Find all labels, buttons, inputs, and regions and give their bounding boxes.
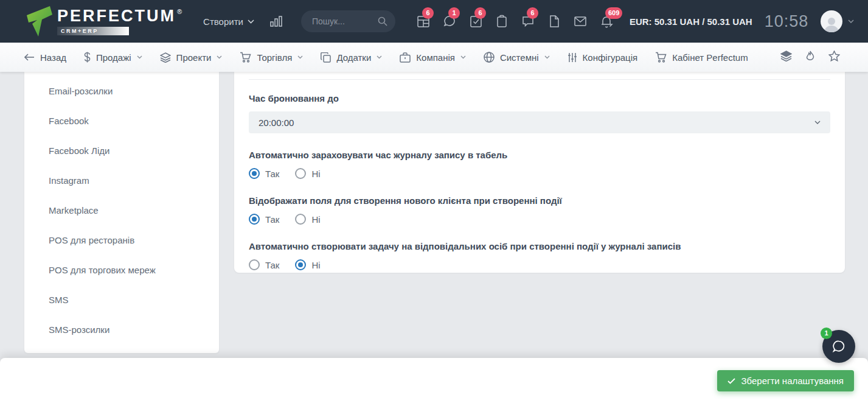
radio-option-label: Так [265, 169, 279, 179]
new-client-fields-label: Відображати поля для створення нового кл… [249, 195, 830, 206]
radio-unselected[interactable] [295, 168, 306, 179]
currency-rate[interactable]: EUR: 50.31 UAH / 50.31 UAH [630, 16, 752, 27]
chat-widget-badge: 1 [821, 328, 832, 339]
radio-selected[interactable] [249, 168, 260, 179]
save-settings-button[interactable]: Зберегти налаштування [717, 370, 854, 391]
nav-label: Продажі [96, 52, 131, 63]
document-icon[interactable] [547, 14, 561, 29]
calendar-icon[interactable]: 6 [416, 14, 431, 29]
chat-widget-button[interactable]: 1 [822, 330, 855, 363]
calendar-badge: 6 [422, 7, 434, 19]
tasks-icon[interactable]: 6 [468, 14, 483, 29]
back-button[interactable]: Назад [24, 52, 66, 63]
sidebar-item-facebook-leads[interactable]: Facebook Ліди [24, 136, 219, 166]
sidebar-item-pos-retail[interactable]: POS для торгових мереж [24, 255, 219, 285]
nav-item-trade[interactable]: Торгівля [240, 52, 303, 63]
chevron-down-icon [137, 55, 142, 59]
notifications-bell-icon[interactable]: 609 [599, 14, 614, 29]
radio-option-no[interactable]: Ні [295, 214, 320, 225]
chevron-down-icon [377, 55, 382, 59]
user-menu[interactable] [821, 10, 854, 32]
sidebar-item-instagram[interactable]: Instagram [24, 166, 219, 195]
nav-item-projects[interactable]: Проекти [160, 52, 223, 63]
mail-icon[interactable] [573, 14, 588, 29]
search-box [301, 10, 395, 32]
nav-item-addons[interactable]: Додатки [321, 52, 382, 63]
cart-icon [240, 52, 251, 63]
nav-item-company[interactable]: Компанія [400, 52, 466, 63]
sidebar-item-sms[interactable]: SMS [24, 285, 219, 315]
nav-item-sales[interactable]: Продажі [84, 52, 142, 63]
nav-item-perfectum-cabinet[interactable]: Кабінет Perfectum [655, 52, 748, 63]
top-bar: PERFECTUM ® CRM+ERP Створити 6 [0, 0, 868, 43]
radio-option-label: Ні [311, 214, 320, 225]
sidebar-item-pos-restaurants[interactable]: POS для ресторанів [24, 225, 219, 255]
radio-unselected[interactable] [249, 259, 260, 270]
radio-option-label: Так [265, 214, 279, 225]
radio-option-no[interactable]: Ні [295, 168, 320, 179]
comments-badge: 6 [527, 7, 538, 19]
radio-selected[interactable] [249, 214, 260, 225]
perfectum-logo[interactable]: PERFECTUM ® CRM+ERP [26, 5, 182, 37]
sidebar-item-marketplace[interactable]: Marketplace [24, 195, 219, 225]
nav-item-system[interactable]: Системні [484, 52, 550, 63]
star-icon[interactable] [828, 51, 840, 64]
back-label: Назад [40, 52, 66, 63]
nav-label: Додатки [336, 52, 371, 63]
booking-time-value: 20:00:00 [259, 117, 294, 128]
brand-subtitle: CRM+ERP [57, 27, 129, 35]
settings-sidebar: Email-розсилки Facebook Facebook Ліди In… [24, 72, 219, 353]
sidebar-item-email-campaigns[interactable]: Email-розсилки [24, 76, 219, 106]
clipboard-icon[interactable] [495, 14, 509, 29]
avatar [821, 10, 842, 32]
brand-name: PERFECTUM [57, 8, 176, 24]
statistics-icon[interactable] [269, 15, 283, 28]
copy-squares-icon [321, 52, 331, 63]
back-arrow-icon [24, 54, 35, 61]
navbar-right-icons [780, 51, 840, 65]
settings-panel: Час бронювання до 20:00:00 Автоматично з… [234, 72, 845, 273]
sliders-icon [568, 52, 577, 63]
radio-selected[interactable] [295, 259, 306, 270]
chevron-down-icon [460, 55, 466, 59]
chevron-down-icon [297, 55, 303, 59]
dollar-icon [84, 52, 91, 63]
radio-option-label: Ні [311, 260, 320, 270]
radio-option-yes[interactable]: Так [249, 214, 279, 225]
chat-bubble-icon [831, 338, 847, 354]
perfectum-logo-icon [26, 5, 52, 37]
booking-time-label: Час бронювання до [249, 93, 830, 103]
tasks-badge: 6 [474, 7, 486, 19]
booking-time-select[interactable]: 20:00:00 [249, 111, 830, 133]
save-settings-label: Зберегти налаштування [741, 376, 844, 386]
module-nav-bar: Назад Продажі Проекти Торгівля Додатки К… [0, 43, 868, 72]
radio-option-yes[interactable]: Так [249, 168, 279, 179]
cart-icon [655, 52, 667, 63]
comments-icon[interactable]: 6 [521, 14, 535, 29]
brand-registered-mark: ® [177, 8, 182, 15]
flame-icon[interactable] [805, 51, 815, 65]
clock: 10:58 [765, 12, 809, 31]
notifications-badge: 609 [605, 7, 622, 19]
chat-icon[interactable]: 1 [442, 14, 457, 29]
create-button[interactable]: Створити [203, 16, 254, 27]
new-client-fields-options: Так Ні [249, 214, 830, 225]
chevron-down-icon [544, 55, 550, 59]
chevron-down-icon [848, 19, 854, 23]
section-divider [249, 79, 830, 80]
radio-unselected[interactable] [295, 214, 306, 225]
sidebar-item-sms-campaigns[interactable]: SMS-розсилки [24, 315, 219, 345]
nav-item-configuration[interactable]: Конфігурація [568, 52, 638, 63]
radio-option-no[interactable]: Ні [295, 259, 320, 270]
chat-badge: 1 [448, 7, 460, 19]
nav-label: Компанія [416, 52, 455, 63]
radio-option-label: Ні [311, 169, 320, 179]
create-label: Створити [203, 16, 243, 27]
sidebar-item-facebook[interactable]: Facebook [24, 106, 219, 136]
layers-icon [160, 52, 171, 63]
stack-layers-icon[interactable] [780, 51, 792, 64]
search-icon[interactable] [378, 16, 387, 26]
radio-option-yes[interactable]: Так [249, 259, 279, 270]
nav-label: Системні [500, 52, 539, 63]
nav-label: Кабінет Perfectum [672, 52, 748, 63]
